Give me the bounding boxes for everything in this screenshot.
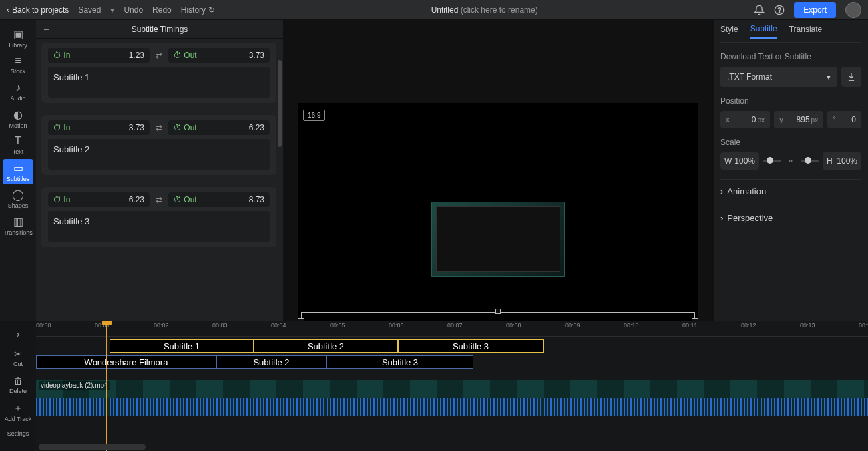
text-clip-1[interactable]: Wondershare Filmora [36, 355, 216, 369]
subtitle-clip-1[interactable]: Subtitle 1 [110, 339, 254, 353]
in-field[interactable]: ⏱ In3.73 [48, 120, 150, 135]
swap-icon[interactable]: ⇄ [154, 123, 164, 132]
subtitle-block-2[interactable]: ⏱ In3.73⇄⏱ Out6.23Subtitle 2 [41, 115, 276, 175]
svg-point-1 [779, 11, 780, 12]
chevron-right-icon: › [720, 186, 723, 196]
user-avatar[interactable] [845, 2, 861, 18]
swap-icon[interactable]: ⇄ [154, 51, 164, 60]
ruler-tick: 00:10 [624, 322, 639, 329]
position-label: Position [720, 96, 861, 106]
library-icon: ▣ [13, 28, 23, 41]
ruler-tick: 00:06 [389, 322, 404, 329]
timeline-add-track[interactable]: ＋Add Track [3, 400, 33, 425]
scale-w-field[interactable]: W100% [720, 152, 759, 170]
subtitle-clip-3[interactable]: Subtitle 3 [398, 339, 544, 353]
subtitle-clip-2[interactable]: Subtitle 2 [254, 339, 398, 353]
panel-title: Subtitle Timings [132, 25, 188, 34]
tab-subtitle[interactable]: Subtitle [750, 24, 777, 39]
out-field[interactable]: ⏱ Out6.23 [168, 120, 270, 135]
timeline: ›✂Cut🗑Delete＋Add TrackSettings 00:0000:0… [0, 321, 868, 451]
out-field[interactable]: ⏱ Out3.73 [168, 48, 270, 63]
history-icon: ↻ [208, 5, 215, 15]
help-icon[interactable] [774, 5, 785, 15]
scale-label: Scale [720, 138, 861, 147]
in-field[interactable]: ⏱ In6.23 [48, 192, 150, 207]
animation-accordion[interactable]: ›Animation [720, 179, 861, 196]
playhead[interactable] [106, 321, 107, 451]
aspect-ratio-tag[interactable]: 16:9 [303, 110, 325, 121]
chevron-left-icon: ‹ [7, 5, 9, 15]
transitions-icon: ▥ [13, 215, 23, 228]
timeline-tracks[interactable]: 00:0000:0100:0200:0300:0400:0500:0600:07… [36, 321, 868, 451]
scale-h-slider[interactable] [801, 160, 819, 162]
ruler-tick: 00:05 [330, 322, 345, 329]
subtitle-text-input[interactable]: Subtitle 3 [48, 211, 270, 242]
history-button[interactable]: History ↻ [181, 5, 215, 15]
export-button[interactable]: Export [794, 2, 836, 18]
audio-icon: ♪ [15, 82, 21, 94]
swap-icon[interactable]: ⇄ [154, 195, 164, 204]
ruler-tick: 00:11 [682, 322, 698, 329]
ruler-tick: 00:02 [154, 322, 169, 329]
nav-text[interactable]: TText [3, 132, 33, 158]
redo-button[interactable]: Redo [152, 5, 172, 15]
ruler-tick: 00:07 [447, 322, 463, 329]
subtitle-block-3[interactable]: ⏱ In6.23⇄⏱ Out8.73Subtitle 3 [41, 187, 276, 247]
chevron-right-icon: › [720, 213, 723, 223]
nav-library[interactable]: ▣Library [3, 25, 33, 51]
in-field[interactable]: ⏱ In1.23 [48, 48, 150, 63]
nav-transitions[interactable]: ▥Transitions [3, 212, 33, 238]
top-bar: ‹ Back to projects Saved ▾ Undo Redo His… [0, 0, 868, 20]
subtitle-text-input[interactable]: Subtitle 1 [48, 67, 270, 98]
text-clip-2[interactable]: Subtitle 2 [216, 355, 327, 369]
video-track[interactable]: videoplayback (2).mp4 [36, 380, 868, 416]
scale-h-field[interactable]: H100% [823, 152, 861, 170]
video-canvas[interactable]: 16:9 Wondershare Filmora [298, 103, 698, 351]
saved-dropdown-icon[interactable]: ▾ [110, 5, 114, 15]
download-button[interactable] [841, 67, 861, 87]
angle-field[interactable]: °0 [827, 111, 861, 128]
panel-back-button[interactable]: ← [43, 25, 51, 34]
format-dropdown[interactable]: .TXT Format ▾ [720, 67, 837, 87]
scrollbar[interactable] [278, 60, 282, 147]
ruler-tick: 00:08 [506, 322, 521, 329]
ruler-tick: 00:03 [212, 322, 228, 329]
nav-stock[interactable]: ≡Stock [3, 52, 33, 78]
link-wh-icon[interactable]: ⚭ [788, 156, 795, 166]
text-clip-3[interactable]: Subtitle 3 [327, 355, 473, 369]
ruler-tick: 00:14 [859, 322, 868, 329]
preview-thumbnail [431, 202, 565, 277]
audio-waveform [36, 398, 868, 416]
timeline-scrollbar[interactable] [39, 444, 146, 450]
tab-style[interactable]: Style [720, 25, 738, 38]
perspective-accordion[interactable]: ›Perspective [720, 206, 861, 223]
nav-motion[interactable]: ◐Motion [3, 106, 33, 131]
tab-translate[interactable]: Translate [789, 25, 823, 38]
notifications-icon[interactable] [754, 5, 765, 15]
position-x-field[interactable]: x0px [720, 111, 770, 128]
nav-shapes[interactable]: ◯Shapes [3, 186, 33, 211]
subtitle-track[interactable]: Subtitle 1Subtitle 2Subtitle 3 [36, 339, 868, 354]
subtitle-text-input[interactable]: Subtitle 2 [48, 139, 270, 170]
position-y-field[interactable]: y895px [774, 111, 823, 128]
out-field[interactable]: ⏱ Out8.73 [168, 192, 270, 207]
scale-w-slider[interactable] [763, 160, 781, 162]
text-track[interactable]: Wondershare FilmoraSubtitle 2Subtitle 3 [36, 355, 868, 370]
undo-button[interactable]: Undo [124, 5, 143, 15]
ruler-tick: 00:04 [271, 322, 286, 329]
subtitle-block-1[interactable]: ⏱ In1.23⇄⏱ Out3.73Subtitle 1 [41, 43, 276, 103]
back-to-projects-button[interactable]: ‹ Back to projects [7, 5, 69, 15]
ruler-tick: 00:00 [36, 322, 51, 329]
timeline-expand[interactable]: › [3, 326, 33, 343]
timeline-cut[interactable]: ✂Cut [3, 346, 33, 370]
video-clip-label: videoplayback (2).mp4 [39, 381, 110, 390]
shapes-icon: ◯ [12, 188, 24, 201]
timeline-delete[interactable]: 🗑Delete [3, 373, 33, 397]
download-label: Download Text or Subtitle [720, 52, 861, 61]
text-icon: T [15, 135, 21, 147]
project-title[interactable]: Untitled (click here to rename) [215, 5, 754, 15]
timeline-settings[interactable]: Settings [3, 428, 33, 440]
nav-subtitles[interactable]: ▭Subtitles [3, 159, 33, 184]
timeline-ruler[interactable]: 00:0000:0100:0200:0300:0400:0500:0600:07… [36, 321, 868, 337]
nav-audio[interactable]: ♪Audio [3, 79, 33, 104]
